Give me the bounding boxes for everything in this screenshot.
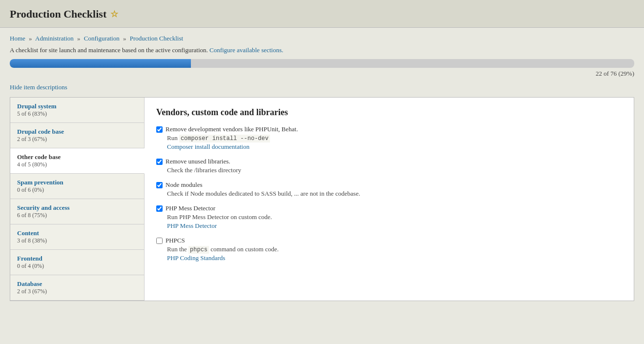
page-title: Production Checklist bbox=[10, 8, 106, 20]
checklist-desc-1: Run composer install --no-dev bbox=[167, 134, 622, 142]
sidebar-item-sub-drupal-code-base: 2 of 3 (67%) bbox=[17, 136, 137, 143]
sidebar-item-title-drupal-system: Drupal system bbox=[17, 102, 137, 110]
checklist-text-3: Node modules bbox=[166, 181, 202, 189]
section-title: Vendors, custom code and libraries bbox=[156, 107, 622, 118]
sidebar-item-database[interactable]: Database2 of 3 (67%) bbox=[10, 275, 144, 301]
progress-text: 22 of 76 (29%) bbox=[10, 70, 634, 78]
breadcrumb-administration[interactable]: Administration bbox=[35, 35, 74, 42]
code-snippet-5: phpcs bbox=[188, 246, 209, 254]
checklist-item-4: PHP Mess Detector Run PHP Mess Detector … bbox=[156, 204, 622, 230]
checklist-desc-2: Check the /libraries directory bbox=[167, 166, 622, 174]
sidebar-item-spam-prevention[interactable]: Spam prevention0 of 6 (0%) bbox=[10, 174, 144, 199]
progress-bar-fill bbox=[10, 59, 191, 68]
checklist-checkbox-5[interactable] bbox=[156, 238, 163, 244]
sidebar-item-frontend[interactable]: Frontend0 of 4 (0%) bbox=[10, 250, 144, 275]
sidebar-item-sub-other-code-base: 4 of 5 (80%) bbox=[17, 161, 137, 168]
sidebar-item-title-drupal-code-base: Drupal code base bbox=[17, 128, 137, 136]
checklist-item-1: Remove development vendors like PHPUnit,… bbox=[156, 125, 622, 151]
checklist-item-2: Remove unused libraries. Check the /libr… bbox=[156, 158, 622, 174]
sidebar-item-other-code-base[interactable]: Other code base4 of 5 (80%) bbox=[10, 148, 145, 174]
checklist-label-1[interactable]: Remove development vendors like PHPUnit,… bbox=[156, 125, 622, 133]
sidebar-item-title-security-and-access: Security and access bbox=[17, 204, 137, 212]
composer-docs-link[interactable]: Composer install documentation bbox=[167, 143, 249, 150]
sidebar-item-title-content: Content bbox=[17, 229, 137, 237]
breadcrumb-production-checklist[interactable]: Production Checklist bbox=[130, 35, 183, 42]
configure-sections-link[interactable]: Configure available sections. bbox=[209, 46, 283, 54]
checklist-checkbox-1[interactable] bbox=[156, 126, 163, 133]
checklist-desc-4: Run PHP Mess Detector on custom code. bbox=[167, 213, 622, 221]
breadcrumb-sep2: » bbox=[77, 35, 81, 42]
checklist-item-5: PHPCS Run the phpcs command on custom co… bbox=[156, 237, 622, 262]
breadcrumb-configuration[interactable]: Configuration bbox=[84, 35, 120, 42]
checklist-checkbox-3[interactable] bbox=[156, 182, 163, 188]
breadcrumb: Home » Administration » Configuration » … bbox=[10, 35, 634, 42]
checklist-desc-3: Check if Node modules dedicated to SASS … bbox=[167, 190, 622, 198]
sidebar-item-drupal-code-base[interactable]: Drupal code base2 of 3 (67%) bbox=[10, 123, 144, 148]
breadcrumb-sep1: » bbox=[29, 35, 32, 42]
php-coding-standards-link[interactable]: PHP Coding Standards bbox=[167, 254, 225, 262]
sidebar-item-sub-spam-prevention: 0 of 6 (0%) bbox=[17, 186, 137, 194]
main-layout: Drupal system5 of 6 (83%)Drupal code bas… bbox=[10, 97, 634, 301]
sidebar-item-title-frontend: Frontend bbox=[17, 255, 137, 263]
code-snippet-1: composer install --no-dev bbox=[179, 135, 270, 142]
breadcrumb-sep3: » bbox=[123, 35, 126, 42]
checklist-link-desc-5: PHP Coding Standards bbox=[167, 254, 622, 262]
progress-bar-container bbox=[10, 59, 634, 68]
checklist-text-5: PHPCS bbox=[166, 237, 185, 244]
checklist-link-desc-1: Composer install documentation bbox=[167, 143, 622, 151]
hide-descriptions-link[interactable]: Hide item descriptions bbox=[10, 83, 67, 91]
sidebar-item-title-database: Database bbox=[17, 280, 137, 288]
checklist-desc-5: Run the phpcs command on custom code. bbox=[167, 245, 622, 253]
checklist-label-5[interactable]: PHPCS bbox=[156, 237, 622, 244]
checklist-text-1: Remove development vendors like PHPUnit,… bbox=[166, 125, 298, 133]
checklist-label-3[interactable]: Node modules bbox=[156, 181, 622, 189]
checklist-text-2: Remove unused libraries. bbox=[166, 158, 230, 165]
sidebar-item-sub-frontend: 0 of 4 (0%) bbox=[17, 263, 137, 270]
sidebar-item-title-other-code-base: Other code base bbox=[17, 153, 137, 161]
page-description: A checklist for site launch and maintena… bbox=[10, 46, 634, 54]
sidebar-item-title-spam-prevention: Spam prevention bbox=[17, 179, 137, 186]
breadcrumb-home[interactable]: Home bbox=[10, 35, 25, 42]
sidebar-item-sub-content: 3 of 8 (38%) bbox=[17, 237, 137, 244]
checklist-checkbox-4[interactable] bbox=[156, 205, 163, 212]
php-mess-detector-link[interactable]: PHP Mess Detector bbox=[167, 222, 217, 229]
favorite-star-icon[interactable]: ☆ bbox=[110, 9, 118, 20]
checklist-label-4[interactable]: PHP Mess Detector bbox=[156, 204, 622, 212]
checklist-checkbox-2[interactable] bbox=[156, 159, 163, 165]
checklist-link-desc-4: PHP Mess Detector bbox=[167, 222, 622, 230]
checklist-label-2[interactable]: Remove unused libraries. bbox=[156, 158, 622, 165]
sidebar-item-drupal-system[interactable]: Drupal system5 of 6 (83%) bbox=[10, 98, 144, 123]
sidebar-item-sub-database: 2 of 3 (67%) bbox=[17, 288, 137, 295]
content-panel: Vendors, custom code and libraries Remov… bbox=[145, 98, 634, 301]
sidebar-item-sub-drupal-system: 5 of 6 (83%) bbox=[17, 110, 137, 118]
checklist-text-4: PHP Mess Detector bbox=[166, 204, 215, 212]
sidebar-item-content[interactable]: Content3 of 8 (38%) bbox=[10, 224, 144, 250]
sidebar-item-security-and-access[interactable]: Security and access6 of 8 (75%) bbox=[10, 199, 144, 224]
checklist-item-3: Node modules Check if Node modules dedic… bbox=[156, 181, 622, 198]
sidebar: Drupal system5 of 6 (83%)Drupal code bas… bbox=[10, 98, 145, 301]
sidebar-item-sub-security-and-access: 6 of 8 (75%) bbox=[17, 212, 137, 219]
